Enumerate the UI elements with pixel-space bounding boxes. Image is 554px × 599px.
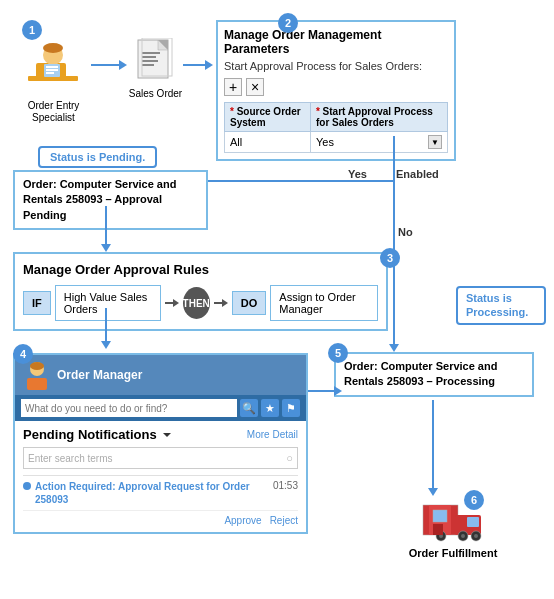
om-header-title: Order Manager: [57, 368, 142, 382]
arrow-to-fulfillment: [428, 488, 438, 496]
arrow-to-om: [101, 341, 111, 349]
om-notification-time: 01:53: [273, 480, 298, 491]
svg-point-3: [43, 43, 63, 53]
sales-order-label: Sales Order: [129, 88, 182, 100]
momp-row1-col2: Yes ▼: [310, 132, 447, 153]
svg-rect-11: [142, 52, 160, 54]
om-search-terms-box[interactable]: Enter search terms ○: [23, 447, 298, 469]
om-star-icon[interactable]: ★: [261, 399, 279, 417]
om-notification-row: Action Required: Approval Request for Or…: [23, 475, 298, 506]
rule-if-label: High Value Sales Orders: [55, 285, 161, 321]
pending-dropdown-arrow[interactable]: [163, 433, 171, 437]
om-reject-btn[interactable]: Reject: [270, 515, 298, 526]
line-processing-to-fulfillment: [432, 400, 434, 490]
om-actions: Approve Reject: [23, 510, 298, 526]
rule-if-tag: IF: [23, 291, 51, 315]
approval-pending-box: Order: Computer Service and Rentals 2580…: [13, 170, 208, 230]
momp-table: Source Order System Start Approval Proce…: [224, 102, 448, 153]
line-yes-left: [203, 180, 393, 182]
momp-subtitle: Start Approval Process for Sales Orders:: [224, 60, 448, 72]
om-approve-btn[interactable]: Approve: [224, 515, 261, 526]
document-icon: [136, 38, 176, 88]
om-search-icon[interactable]: 🔍: [240, 399, 258, 417]
sales-order: Sales Order: [128, 38, 183, 100]
om-header: Order Manager: [15, 355, 306, 395]
step-4-circle: 4: [13, 344, 33, 364]
moar-box: Manage Order Approval Rules IF High Valu…: [13, 252, 388, 331]
rule-arrow1: [165, 299, 179, 307]
line-down-to-processing: [393, 261, 395, 346]
svg-rect-13: [142, 60, 158, 62]
momp-col2-header: Start Approval Process for Sales Orders: [310, 103, 447, 132]
om-notification-text[interactable]: Action Required: Approval Request for Or…: [35, 480, 269, 506]
rule-row: IF High Value Sales Orders THEN DO Assig…: [23, 285, 378, 321]
rule-then-circle: THEN: [183, 287, 210, 319]
rule-do-label: Assign to Order Manager: [270, 285, 378, 321]
step-5-circle: 5: [328, 343, 348, 363]
om-more-detail[interactable]: More Detail: [247, 429, 298, 440]
line-approval-down: [105, 206, 107, 246]
om-flag-icon[interactable]: ⚑: [282, 399, 300, 417]
enabled-label: Enabled: [396, 168, 439, 180]
momp-add-btn[interactable]: +: [224, 78, 242, 96]
order-fulfillment: Order Fulfillment: [403, 500, 503, 559]
order-fulfillment-label: Order Fulfillment: [409, 547, 498, 559]
momp-select[interactable]: Yes ▼: [316, 135, 442, 149]
main-canvas: 1 Order Entry Specialist: [8, 8, 546, 591]
svg-rect-7: [46, 72, 54, 74]
arrow-to-sales-order: [91, 60, 127, 70]
notification-dot: [23, 482, 31, 490]
step-3-circle: 3: [380, 248, 400, 268]
step-1-circle: 1: [22, 20, 42, 40]
rule-arrow2: [214, 299, 228, 307]
momp-box: Manage Order Management Parameters Start…: [216, 20, 456, 161]
line-momp-down: [393, 136, 395, 181]
order-manager-panel: Order Manager 🔍 ★ ⚑ Pending Notification…: [13, 353, 308, 534]
arrow-to-momp: [183, 60, 213, 70]
svg-point-29: [474, 534, 478, 538]
status-processing-bubble: Status is Processing.: [456, 286, 546, 325]
svg-rect-6: [46, 69, 58, 71]
om-search-bar: 🔍 ★ ⚑: [15, 395, 306, 421]
arrow-down-to-moar: [101, 244, 111, 252]
moar-title: Manage Order Approval Rules: [23, 262, 378, 277]
rule-do-tag: DO: [232, 291, 267, 315]
momp-title: Manage Order Management Parameters: [224, 28, 448, 56]
momp-dropdown-arrow[interactable]: ▼: [428, 135, 442, 149]
arrow-om-to-processing: [308, 386, 342, 396]
order-entry-label: Order Entry Specialist: [16, 100, 91, 124]
svg-rect-30: [433, 524, 443, 535]
line-moar-down: [105, 308, 107, 343]
momp-col1-header: Source Order System: [225, 103, 311, 132]
order-entry-specialist: Order Entry Specialist: [16, 38, 91, 124]
momp-row1-col1: All: [225, 132, 311, 153]
status-pending-bubble: Status is Pending.: [38, 146, 157, 168]
svg-point-17: [30, 362, 44, 370]
svg-rect-18: [27, 378, 47, 390]
om-person-icon: [23, 360, 51, 390]
search-terms-icon: ○: [286, 452, 293, 464]
om-section-header: Pending Notifications More Detail: [23, 427, 298, 442]
momp-delete-btn[interactable]: ×: [246, 78, 264, 96]
no-label: No: [398, 226, 413, 238]
momp-toolbar: + ×: [224, 78, 448, 96]
step-6-circle: 6: [464, 490, 484, 510]
om-section-title: Pending Notifications: [23, 427, 171, 442]
svg-rect-23: [467, 517, 479, 527]
om-body: Pending Notifications More Detail Enter …: [15, 421, 306, 532]
yes-label: Yes: [348, 168, 367, 180]
svg-rect-14: [142, 64, 154, 66]
svg-rect-21: [433, 510, 447, 522]
step-2-circle: 2: [278, 13, 298, 33]
svg-point-27: [461, 534, 465, 538]
svg-rect-12: [142, 56, 156, 58]
order-processing-box: Order: Computer Service and Rentals 2580…: [334, 352, 534, 397]
person-icon: [26, 38, 81, 98]
om-search-input[interactable]: [21, 399, 237, 417]
arrow-to-processing: [389, 344, 399, 352]
svg-rect-5: [46, 66, 58, 68]
